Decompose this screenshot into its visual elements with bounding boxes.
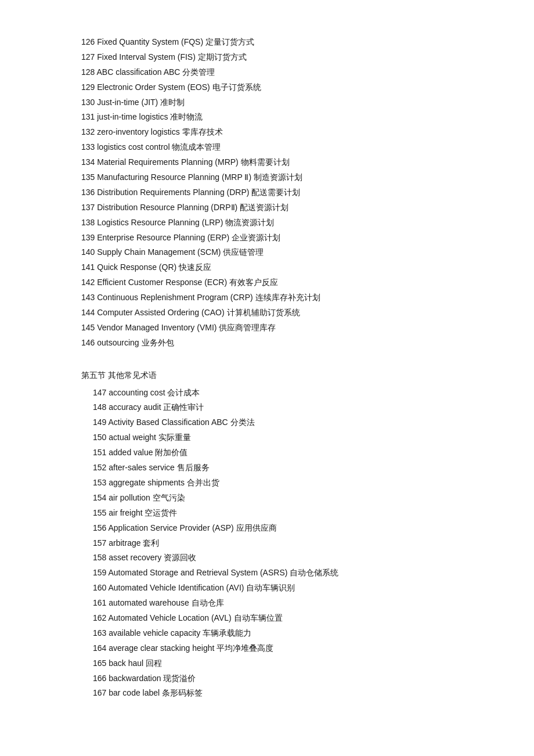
list-item: 128 ABC classification ABC 分类管理 [81,65,488,80]
list-item: 156 Application Service Provider (ASP) 应… [93,521,488,536]
list-item: 148 accuracy audit 正确性审计 [93,400,488,415]
list-item: 160 Automated Vehicle Identification (AV… [93,581,488,596]
list-item: 141 Quick Response (QR) 快速反应 [81,260,488,275]
list-item: 131 just-in-time logistics 准时物流 [81,110,488,125]
list-item: 145 Vendor Managed Inventory (VMI) 供应商管理… [81,321,488,336]
list-item: 126 Fixed Quantity System (FQS) 定量订货方式 [81,35,488,50]
list-item: 139 Enterprise Resource Planning (ERP) 企… [81,231,488,246]
list-item: 129 Electronic Order System (EOS) 电子订货系统 [81,80,488,95]
list-item: 154 air pollution 空气污染 [93,491,488,506]
list-item: 147 accounting cost 会计成本 [93,386,488,401]
list-item: 166 backwardation 现货溢价 [93,671,488,686]
list-item: 146 outsourcing 业务外包 [81,336,488,351]
list-item: 133 logistics cost control 物流成本管理 [81,140,488,155]
list-item: 135 Manufacturing Resource Planning (MRP… [81,170,488,185]
list-item: 158 asset recovery 资源回收 [93,550,488,566]
list-item: 159 Automated Storage and Retrieval Syst… [93,566,488,581]
section5-header: 第五节 其他常见术语 [81,368,488,383]
list-item: 140 Supply Chain Management (SCM) 供应链管理 [81,245,488,260]
list-item: 138 Logistics Resource Planning (LRP) 物流… [81,215,488,231]
list-item: 137 Distribution Resource Planning (DRPⅡ… [81,200,488,215]
list-item: 165 back haul 回程 [93,656,488,671]
list-item: 152 after-sales service 售后服务 [93,460,488,476]
list-item: 134 Material Requirements Planning (MRP)… [81,155,488,170]
list-item: 132 zero-inventory logistics 零库存技术 [81,125,488,140]
list-item: 142 Efficient Customer Response (ECR) 有效… [81,275,488,290]
list-item: 164 average clear stacking height 平均净堆叠高… [93,641,488,656]
list-item: 150 actual weight 实际重量 [93,430,488,445]
list-item: 130 Just-in-time (JIT) 准时制 [81,95,488,110]
list-item: 144 Computer Assisted Ordering (CAO) 计算机… [81,305,488,321]
list-item: 151 added value 附加价值 [93,445,488,460]
list-item: 161 automated warehouse 自动仓库 [93,596,488,611]
list-item: 143 Continuous Replenishment Program (CR… [81,290,488,305]
list-item: 149 Activity Based Classification ABC 分类… [93,415,488,430]
list-item: 157 arbitrage 套利 [93,536,488,551]
list-item: 136 Distribution Requirements Planning (… [81,185,488,200]
section5-list: 147 accounting cost 会计成本148 accuracy aud… [81,386,488,701]
part1-list: 126 Fixed Quantity System (FQS) 定量订货方式12… [81,35,488,351]
list-item: 155 air freight 空运货件 [93,506,488,521]
list-item: 163 available vehicle capacity 车辆承载能力 [93,626,488,641]
list-item: 162 Automated Vehicle Location (AVL) 自动车… [93,611,488,626]
list-item: 127 Fixed Interval System (FIS) 定期订货方式 [81,50,488,65]
list-item: 167 bar code label 条形码标签 [93,686,488,701]
list-item: 153 aggregate shipments 合并出货 [93,476,488,491]
